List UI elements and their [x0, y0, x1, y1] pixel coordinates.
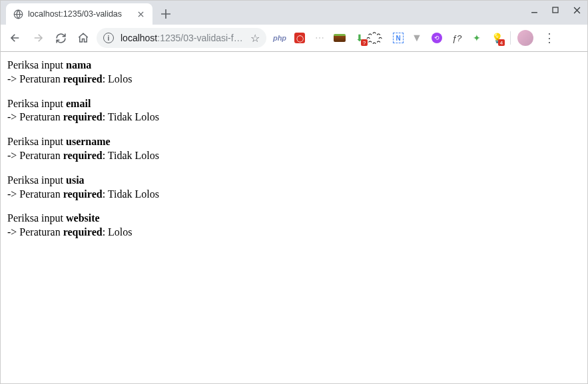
window-controls: [527, 3, 583, 17]
maximize-button[interactable]: [549, 3, 562, 17]
minimize-button[interactable]: [527, 3, 541, 17]
validation-check-line: Periksa input website: [7, 212, 581, 226]
field-name: nama: [66, 59, 91, 71]
field-name: website: [66, 212, 100, 224]
toolbar: i localhost:1235/03-validasi-f… ☆ php ◯ …: [1, 25, 587, 51]
page-content: Periksa input nama-> Peraturan required:…: [1, 52, 587, 246]
rule-name: required: [63, 73, 103, 85]
extension-icon[interactable]: ⟲: [430, 31, 443, 45]
download-extension-icon[interactable]: ⬇?: [353, 31, 366, 45]
field-name: email: [66, 98, 91, 109]
tab-title: localhost:1235/03-validas: [28, 9, 131, 19]
forward-button[interactable]: [29, 29, 47, 47]
gnome-extension-icon[interactable]: ҈: [373, 31, 386, 45]
notion-extension-icon[interactable]: N: [393, 33, 404, 43]
wappalyzer-icon[interactable]: ƒ?: [450, 31, 463, 45]
tab-bar: localhost:1235/03-validas: [1, 1, 587, 25]
home-button[interactable]: [74, 29, 93, 47]
svg-rect-1: [553, 7, 558, 13]
validation-rule-line: -> Peraturan required: Tidak Lolos: [7, 110, 581, 124]
bookmark-star-icon[interactable]: ☆: [250, 32, 260, 45]
extension-icon[interactable]: [333, 31, 346, 45]
info-icon[interactable]: i: [103, 33, 114, 43]
field-name: username: [66, 136, 111, 147]
validation-block: Periksa input website-> Peraturan requir…: [7, 212, 581, 240]
extension-icon[interactable]: ⋯: [313, 31, 326, 45]
validation-rule-line: -> Peraturan required: Lolos: [7, 226, 581, 240]
field-name: usia: [66, 174, 85, 186]
vue-extension-icon[interactable]: ▼: [410, 31, 424, 45]
validation-block: Periksa input email-> Peraturan required…: [7, 97, 581, 125]
menu-button[interactable]: ⋮: [540, 29, 559, 47]
divider: [510, 31, 511, 45]
validation-block: Periksa input username-> Peraturan requi…: [7, 135, 581, 163]
validation-block: Periksa input nama-> Peraturan required:…: [7, 59, 581, 87]
validation-rule-line: -> Peraturan required: Tidak Lolos: [7, 188, 581, 202]
url-text: localhost:1235/03-validasi-f…: [121, 33, 244, 43]
validation-rule-line: -> Peraturan required: Lolos: [7, 73, 581, 87]
browser-tab[interactable]: localhost:1235/03-validas: [6, 3, 152, 25]
address-bar[interactable]: i localhost:1235/03-validasi-f… ☆: [97, 28, 266, 48]
validation-block: Periksa input usia-> Peraturan required:…: [7, 174, 581, 202]
back-button[interactable]: [6, 29, 25, 47]
extension-icon[interactable]: ✦: [470, 31, 483, 45]
rule-name: required: [63, 111, 103, 122]
rule-name: required: [63, 226, 103, 238]
lighthouse-icon[interactable]: 💡4: [490, 31, 503, 45]
validation-check-line: Periksa input email: [7, 97, 581, 111]
ublock-icon[interactable]: ◯: [293, 31, 306, 45]
rule-name: required: [63, 188, 103, 200]
validation-rule-line: -> Peraturan required: Tidak Lolos: [7, 149, 581, 163]
close-icon[interactable]: [135, 9, 146, 19]
validation-check-line: Periksa input usia: [7, 174, 581, 188]
reload-button[interactable]: [51, 29, 70, 47]
validation-check-line: Periksa input nama: [7, 59, 581, 73]
rule-name: required: [63, 150, 103, 161]
browser-chrome: localhost:1235/03-validas: [1, 1, 587, 52]
new-tab-button[interactable]: [156, 5, 175, 23]
globe-icon: [13, 9, 23, 19]
validation-check-line: Periksa input username: [7, 135, 581, 149]
close-window-button[interactable]: [570, 3, 583, 17]
php-extension-icon[interactable]: php: [273, 31, 286, 45]
profile-avatar[interactable]: [517, 30, 533, 46]
extensions-area: php ◯ ⋯ ⬇? ҈ N ▼ ⟲ ƒ? ✦ 💡4 ⋮: [270, 29, 561, 47]
